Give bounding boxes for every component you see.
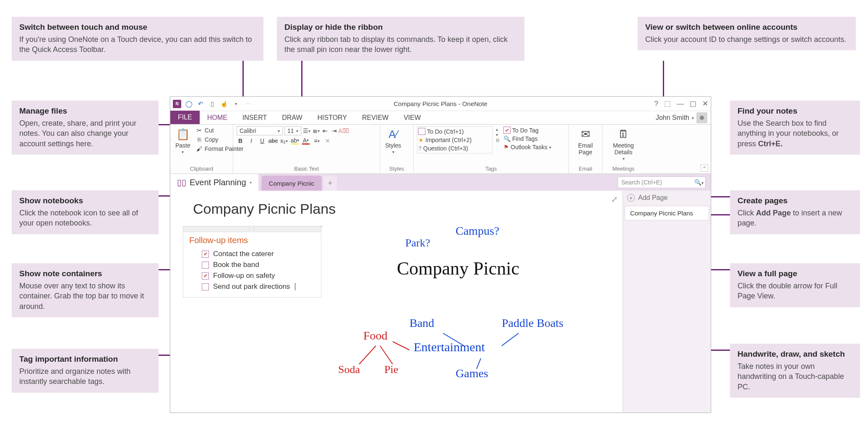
touch-mouse-toggle-icon[interactable]: ☝ (220, 100, 228, 108)
ink-title: Company Picnic (397, 258, 519, 279)
tab-review[interactable]: REVIEW (354, 111, 396, 124)
group-label: Tags (417, 165, 565, 173)
avatar (696, 112, 707, 123)
onenote-window: N ◯ ↶ ▯ ☝ ▾ ⋯ Company Picnic Plans - One… (170, 96, 711, 413)
meeting-details-button[interactable]: 🗓 Meeting Details ▾ (606, 126, 641, 162)
add-section-button[interactable]: + (323, 176, 337, 191)
highlight-icon[interactable]: ab▾ (291, 137, 299, 145)
callout-note-containers: Show note containers Mouse over any text… (12, 263, 159, 317)
todo-checkbox[interactable] (202, 272, 209, 280)
font-size-select[interactable]: 11▾ (284, 126, 301, 135)
indent-icon[interactable]: ⇥ (331, 127, 338, 135)
tag-label: Question (Ctrl+3) (423, 145, 468, 152)
tag-gallery-more[interactable]: ⊟ (496, 138, 499, 143)
app-icon: N (173, 100, 181, 108)
paste-button[interactable]: 📋 Paste ▾ (174, 126, 192, 155)
content-area: Company Picnic Plans ⤢ ↔ Follow-up items… (170, 191, 711, 412)
close-icon[interactable]: ✕ (702, 99, 708, 108)
outdent-icon[interactable]: ⇤ (321, 127, 329, 135)
italic-icon[interactable]: I (248, 137, 255, 145)
undo-icon[interactable]: ↶ (196, 100, 205, 108)
email-page-button[interactable]: ✉ Email Page (572, 126, 599, 156)
todo-item[interactable]: Send out park directions (202, 281, 315, 292)
callout-accounts: View or switch between online accounts C… (638, 17, 856, 50)
tag-todo[interactable]: To Do (Ctrl+1) (417, 127, 492, 135)
todo-item[interactable]: Contact the caterer (202, 249, 315, 259)
help-icon[interactable]: ? (654, 100, 658, 108)
callout-body: Click your account ID to change settings… (645, 34, 848, 44)
star-icon: ★ (418, 137, 424, 143)
add-page-button[interactable]: + Add Page (623, 191, 711, 205)
ink-text: Band (409, 316, 434, 330)
ribbon-group-meetings: 🗓 Meeting Details ▾ Meetings (602, 124, 644, 174)
qat-customize-dropdown[interactable]: ▾ (232, 100, 240, 108)
todo-text[interactable]: Contact the caterer (213, 250, 274, 258)
font-name-select[interactable]: Calibri▾ (237, 126, 283, 135)
tag-gallery-up[interactable]: ▴ (496, 127, 499, 132)
strikethrough-icon[interactable]: abc (269, 137, 277, 145)
tab-draw[interactable]: DRAW (274, 111, 310, 124)
notebook-selector[interactable]: ▯▯ Event Planning ▾ (170, 174, 259, 191)
tab-file[interactable]: FILE (170, 111, 200, 124)
page-list-item[interactable]: Company Picnic Plans (625, 206, 709, 220)
todo-checkbox[interactable] (202, 262, 209, 269)
todo-tag-button[interactable]: To Do Tag (503, 126, 552, 134)
todo-text[interactable]: Book the band (213, 261, 259, 269)
section-tab[interactable]: Company Picnic (261, 176, 322, 191)
todo-item[interactable]: Book the band (202, 259, 315, 270)
back-icon[interactable]: ◯ (185, 100, 193, 108)
maximize-icon[interactable]: ▢ (690, 99, 696, 108)
callout-body: Use the Search box to find anything in y… (738, 118, 852, 149)
tag-gallery-down[interactable]: ▾ (496, 132, 499, 137)
ribbon-group-tags: To Do (Ctrl+1) ★Important (Ctrl+2) ?Ques… (414, 124, 569, 174)
minimize-icon[interactable]: — (677, 100, 684, 108)
delete-icon[interactable]: ✕ (324, 137, 331, 145)
collapse-ribbon-button[interactable]: ^ (701, 164, 708, 172)
page-title[interactable]: Company Picnic Plans (193, 201, 336, 217)
todo-checkbox[interactable] (202, 283, 209, 290)
note-container-gripper[interactable] (183, 226, 321, 232)
ribbon-display-options-icon[interactable]: ⬚ (664, 99, 671, 108)
search-input[interactable]: Search (Ctrl+E) 🔍▾ (618, 176, 706, 188)
ink-text: Campus? (456, 224, 499, 238)
qat-overflow[interactable]: ⋯ (243, 100, 252, 108)
tag-question[interactable]: ?Question (Ctrl+3) (417, 145, 492, 152)
tab-view[interactable]: VIEW (396, 111, 428, 124)
clear-formatting-icon[interactable]: A⌧ (340, 127, 347, 135)
dock-icon[interactable]: ▯ (208, 100, 216, 108)
callout-title: Create pages (738, 196, 852, 205)
numbering-icon[interactable]: ≣▾ (312, 127, 320, 135)
note-container[interactable]: ↔ Follow-up items Contact the caterer Bo… (183, 226, 321, 298)
bullets-icon[interactable]: ☰▾ (303, 127, 310, 135)
tab-history[interactable]: HISTORY (310, 111, 354, 124)
group-label: Clipboard (174, 165, 229, 173)
callout-manage-files: Manage files Open, create, share, and pr… (12, 101, 159, 155)
ink-strokes (170, 191, 623, 412)
subscript-icon[interactable]: x₂▾ (280, 137, 288, 145)
styles-button[interactable]: A⁄ Styles ▾ (383, 126, 403, 155)
page-canvas[interactable]: Company Picnic Plans ⤢ ↔ Follow-up items… (170, 191, 623, 412)
tab-home[interactable]: HOME (200, 111, 235, 124)
todo-text[interactable]: Send out park directions (213, 282, 290, 291)
note-title[interactable]: Follow-up items (183, 232, 321, 247)
todo-text[interactable]: Follow-up on safety (213, 272, 275, 280)
tab-insert[interactable]: INSERT (235, 111, 274, 124)
svg-line-4 (380, 346, 393, 364)
ribbon-group-clipboard: 📋 Paste ▾ ✂Cut ⎘Copy 🖌Format Painter Cli… (170, 124, 233, 174)
group-label: Basic Text (237, 165, 376, 173)
bold-icon[interactable]: B (237, 137, 244, 145)
underline-icon[interactable]: U (258, 137, 266, 145)
tag-important[interactable]: ★Important (Ctrl+2) (417, 136, 492, 144)
outlook-tasks-button[interactable]: ⚑Outlook Tasks▾ (503, 143, 552, 151)
font-color-icon[interactable]: A▾ (302, 137, 310, 145)
align-icon[interactable]: ≡▾ (313, 137, 321, 145)
full-page-view-button[interactable]: ⤢ (611, 195, 618, 204)
find-tags-button[interactable]: 🔍Find Tags (503, 135, 552, 143)
todo-checkbox[interactable] (202, 251, 209, 258)
account-switcher[interactable]: John Smith ▾ (656, 112, 707, 123)
group-label: Email (572, 165, 599, 173)
svg-line-1 (502, 333, 519, 346)
ink-text: Food (363, 329, 388, 342)
todo-item[interactable]: Follow-up on safety (202, 270, 315, 281)
callout-find-notes: Find your notes Use the Search box to fi… (730, 101, 860, 155)
